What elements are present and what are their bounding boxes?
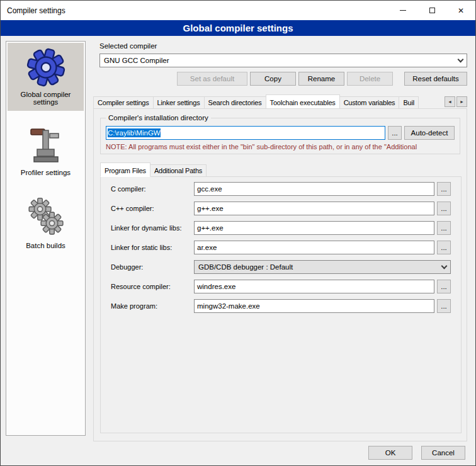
cancel-button[interactable]: Cancel (421, 446, 465, 460)
c-compiler-input[interactable]: gcc.exe (194, 182, 434, 196)
tab-build-options-clipped[interactable]: Buil (399, 96, 419, 108)
rename-button[interactable]: Rename (298, 72, 344, 86)
field-row-resource-compiler: Resource compiler: windres.exe ... (111, 280, 451, 293)
resource-compiler-value: windres.exe (197, 283, 235, 290)
dialog-footer: OK Cancel (368, 446, 465, 460)
window-controls: ✕ (388, 1, 475, 20)
tab-search-directories[interactable]: Search directories (204, 96, 266, 108)
installation-directory-group: Compiler's installation directory C:\ray… (100, 118, 460, 154)
toolchain-executables-panel: Compiler's installation directory C:\ray… (93, 108, 467, 441)
compiler-settings-window: Compiler settings ✕ Global compiler sett… (0, 0, 476, 466)
tab-additional-paths[interactable]: Additional Paths (150, 164, 207, 176)
selected-compiler-value: GNU GCC Compiler (104, 57, 169, 64)
linker-dynamic-input[interactable]: g++.exe (194, 221, 434, 235)
selected-compiler-label: Selected compiler (99, 42, 467, 50)
settings-category-sidebar: Global compiler settings Profiler settin… (6, 41, 86, 436)
browse-linker-dynamic-button[interactable]: ... (437, 221, 451, 235)
gear-blue-icon (26, 48, 65, 87)
minimize-button[interactable] (388, 1, 417, 20)
linker-static-value: ar.exe (197, 244, 217, 251)
chevron-down-icon (441, 263, 448, 269)
maximize-icon (429, 8, 435, 13)
sidebar-item-label: Profiler settings (21, 169, 71, 176)
make-program-value: mingw32-make.exe (197, 302, 260, 310)
page-title: Global compiler settings (1, 20, 475, 36)
sidebar-item-batch-builds[interactable]: Batch builds (8, 191, 84, 254)
browse-cpp-compiler-button[interactable]: ... (437, 202, 451, 215)
arrow-right-icon: ► (460, 99, 464, 104)
browse-linker-static-button[interactable]: ... (437, 241, 451, 254)
tab-linker-settings[interactable]: Linker settings (153, 96, 205, 108)
tab-compiler-settings[interactable]: Compiler settings (93, 96, 154, 108)
selected-compiler-dropdown[interactable]: GNU GCC Compiler (99, 54, 467, 67)
browse-directory-button[interactable]: ... (388, 126, 402, 140)
path-selected-text: C:\raylib\MinGW (108, 128, 161, 137)
group-title: Compiler's installation directory (106, 113, 211, 123)
resource-compiler-input[interactable]: windres.exe (194, 280, 434, 293)
sidebar-item-label: Batch builds (26, 242, 65, 249)
set-as-default-button[interactable]: Set as default (177, 72, 247, 86)
field-label-linker-static: Linker for static libs: (111, 244, 194, 251)
titlebar[interactable]: Compiler settings ✕ (1, 1, 475, 20)
reset-defaults-button[interactable]: Reset defaults (404, 72, 467, 86)
debugger-dropdown[interactable]: GDB/CDB debugger : Default (194, 260, 451, 274)
sidebar-item-profiler-settings[interactable]: Profiler settings (8, 121, 84, 181)
note-text: NOTE: All programs must exist either in … (106, 143, 455, 151)
browse-resource-compiler-button[interactable]: ... (437, 280, 451, 293)
program-files-panel: C compiler: gcc.exe ... C++ compiler: g+… (100, 176, 462, 433)
window-title: Compiler settings (1, 6, 65, 15)
sidebar-item-label: Global compiler settings (9, 91, 82, 106)
installation-directory-row: C:\raylib\MinGW ... Auto-detect (106, 126, 455, 140)
debugger-value: GDB/CDB debugger : Default (198, 263, 293, 271)
field-label-debugger: Debugger: (111, 263, 194, 271)
settings-tabstrip: Compiler settings Linker settings Search… (93, 94, 467, 108)
chevron-down-icon (458, 56, 464, 62)
maximize-button[interactable] (417, 1, 446, 20)
close-icon: ✕ (458, 6, 464, 15)
tab-scroll-left-button[interactable]: ◄ (445, 96, 455, 107)
close-button[interactable]: ✕ (446, 1, 475, 20)
main-panel: Selected compiler GNU GCC Compiler Set a… (92, 36, 467, 445)
field-label-linker-dynamic: Linker for dynamic libs: (111, 224, 194, 232)
cpp-compiler-value: g++.exe (197, 205, 224, 212)
field-row-linker-static: Linker for static libs: ar.exe ... (111, 241, 451, 254)
tabs-clip: Compiler settings Linker settings Search… (93, 94, 441, 108)
arrow-left-icon: ◄ (448, 99, 452, 104)
profiler-tool-icon (28, 126, 64, 165)
tab-custom-variables[interactable]: Custom variables (339, 96, 400, 108)
linker-dynamic-value: g++.exe (197, 224, 224, 232)
field-label-cpp-compiler: C++ compiler: (111, 205, 194, 212)
make-program-input[interactable]: mingw32-make.exe (194, 299, 434, 313)
ok-button[interactable]: OK (368, 446, 412, 460)
gears-gray-icon (26, 196, 65, 238)
field-row-make-program: Make program: mingw32-make.exe ... (111, 299, 451, 313)
linker-static-input[interactable]: ar.exe (194, 241, 434, 254)
browse-make-program-button[interactable]: ... (437, 299, 451, 313)
delete-button[interactable]: Delete (347, 72, 393, 86)
browse-c-compiler-button[interactable]: ... (437, 182, 451, 196)
field-label-resource-compiler: Resource compiler: (111, 283, 194, 290)
field-row-cpp-compiler: C++ compiler: g++.exe ... (111, 202, 451, 215)
cpp-compiler-input[interactable]: g++.exe (194, 202, 434, 215)
c-compiler-value: gcc.exe (197, 185, 222, 193)
tab-toolchain-executables[interactable]: Toolchain executables (266, 94, 340, 108)
sidebar-item-global-compiler-settings[interactable]: Global compiler settings (8, 43, 84, 111)
field-label-make-program: Make program: (111, 302, 194, 310)
installation-directory-input[interactable]: C:\raylib\MinGW (106, 126, 385, 140)
program-tabstrip: Program Files Additional Paths (100, 162, 462, 176)
tab-program-files[interactable]: Program Files (100, 162, 150, 177)
copy-button[interactable]: Copy (250, 72, 296, 86)
tab-scroll-buttons: ◄ ► (445, 96, 467, 107)
minimize-icon (400, 10, 406, 11)
field-row-c-compiler: C compiler: gcc.exe ... (111, 182, 451, 196)
tab-scroll-right-button[interactable]: ► (456, 96, 467, 107)
field-row-debugger: Debugger: GDB/CDB debugger : Default (111, 260, 451, 274)
field-row-linker-dynamic: Linker for dynamic libs: g++.exe ... (111, 221, 451, 235)
field-label-c-compiler: C compiler: (111, 185, 194, 193)
compiler-toolbar: Set as default Copy Rename Delete Reset … (99, 72, 467, 86)
auto-detect-button[interactable]: Auto-detect (404, 126, 455, 140)
